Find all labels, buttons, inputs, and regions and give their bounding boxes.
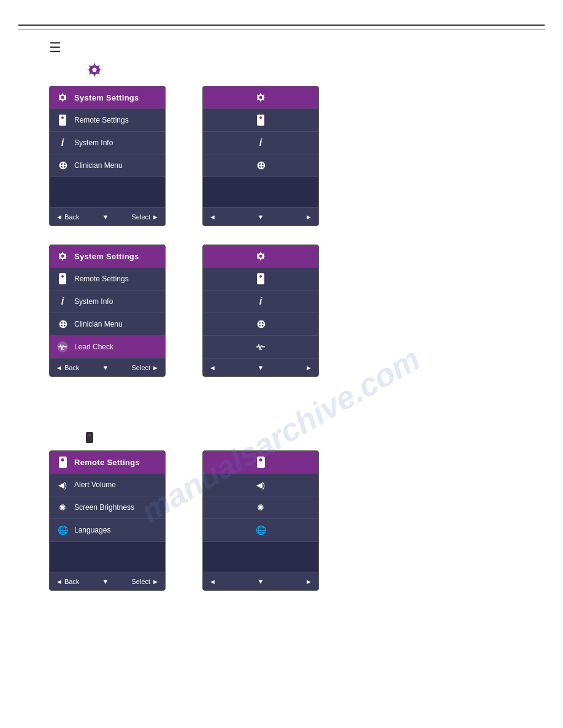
section2-left-row4: Lead Check [50, 335, 165, 358]
lead-icon-r2 [254, 340, 267, 354]
section1-down-btn[interactable]: ▼ [102, 213, 109, 221]
section1-r-left-btn[interactable]: ◄ [209, 213, 216, 221]
section3-r-left-btn[interactable]: ◄ [209, 578, 216, 585]
remote-icon-1 [56, 113, 69, 127]
section3-row3-label: Languages [74, 526, 110, 534]
section2-row1-label: Remote Settings [74, 275, 129, 283]
section1-left-row2: i System Info [50, 131, 165, 154]
remote-icon-r1 [254, 113, 267, 127]
globe-icon-3: 🌐 [56, 523, 69, 537]
section2-right-row1 [203, 267, 318, 290]
section1-right-footer: ◄ ▼ ► [203, 207, 318, 226]
down-arrow-icon: ▼ [102, 213, 109, 221]
section2-row3-label: Clinician Menu [74, 320, 123, 328]
volume-icon-3: ◀) [56, 478, 69, 491]
brightness-icon-r3: ✺ [254, 501, 267, 514]
section1-left-row1: Remote Settings [50, 108, 165, 131]
section1-right-screen: i ⊕ ◄ ▼ ► [202, 86, 319, 226]
brightness-icon-3: ✺ [56, 501, 69, 514]
svg-point-1 [93, 68, 97, 72]
plus-icon-1: ⊕ [56, 159, 69, 172]
section2-back-btn[interactable]: ◄ Back [56, 364, 79, 371]
section3-select-btn[interactable]: Select ► [132, 578, 159, 585]
section3-row1-label: Alert Volume [74, 480, 116, 489]
section1-screens: System Settings Remote Settings i System… [49, 86, 514, 226]
section3-left-title: Remote Settings [74, 458, 140, 467]
info-icon-2: i [56, 295, 69, 308]
section1-r-right-btn[interactable]: ► [305, 213, 312, 221]
top-rule-thin [18, 29, 545, 30]
section2-right-row2: i [203, 290, 318, 313]
section1-select-btn[interactable]: Select ► [132, 213, 159, 221]
section2-r-down-btn[interactable]: ▼ [258, 364, 264, 371]
section3-screens: Remote Settings ◀) Alert Volume ✺ Screen… [49, 450, 514, 591]
info-icon-r1: i [254, 136, 267, 150]
svg-point-4 [259, 96, 262, 99]
section1-right-row2: i [203, 131, 318, 154]
bullet-icon: ☰ [49, 40, 61, 55]
plus-icon-2: ⊕ [56, 317, 69, 331]
plus-icon-r1: ⊕ [254, 159, 267, 172]
s2-left-arrow-icon: ◄ [56, 364, 63, 371]
section3-down-btn[interactable]: ▼ [102, 578, 109, 585]
section3-right-header [203, 451, 318, 473]
section3-header-remote-icon [56, 455, 69, 469]
svg-point-7 [259, 255, 262, 258]
section1-r-down-btn[interactable]: ▼ [258, 213, 264, 221]
section2-select-btn[interactable]: Select ► [132, 364, 159, 371]
section1-left-empty [50, 176, 165, 207]
section2-down-btn[interactable]: ▼ [102, 364, 109, 371]
settings-icon-row [86, 61, 563, 81]
plus-icon-r2: ⊕ [254, 317, 267, 331]
s2-right-arrow-icon: ► [152, 364, 159, 371]
section2-left-header: System Settings [50, 245, 165, 267]
section2-r-right-btn[interactable]: ► [305, 364, 312, 371]
section2-left-title: System Settings [74, 252, 139, 261]
section1-right-row1 [203, 108, 318, 131]
section3-right-empty [203, 541, 318, 572]
section3-row2-label: Screen Brightness [74, 503, 134, 512]
svg-point-5 [61, 255, 64, 258]
info-icon-1: i [56, 136, 69, 150]
section2-left-row1: Remote Settings [50, 267, 165, 290]
section1-left-title: System Settings [74, 93, 139, 102]
s3-left-arrow-icon: ◄ [56, 578, 63, 585]
list-icon: ☰ [49, 41, 563, 55]
globe-icon-r3: 🌐 [254, 523, 267, 537]
volume-icon-r3: ◀) [254, 478, 267, 491]
section1-back-btn[interactable]: ◄ Back [56, 213, 79, 221]
section2-left-row2: i System Info [50, 290, 165, 313]
gear-icon-large [86, 61, 103, 78]
section1-row3-label: Clinician Menu [74, 161, 123, 170]
section3-right-row1: ◀) [203, 473, 318, 496]
section3-left-screen: Remote Settings ◀) Alert Volume ✺ Screen… [49, 450, 166, 591]
section2-r-left-btn[interactable]: ◄ [209, 364, 216, 371]
section2-right-header [203, 245, 318, 267]
section2-right-row3: ⊕ [203, 313, 318, 335]
section3-right-row3: 🌐 [203, 518, 318, 541]
section2-header-gear-icon [56, 249, 69, 263]
s3-right-arrow-icon: ► [152, 578, 159, 585]
top-rule-thick [18, 25, 545, 26]
left-arrow-icon: ◄ [56, 213, 63, 221]
section1-left-row3: ⊕ Clinician Menu [50, 154, 165, 176]
section3-back-btn[interactable]: ◄ Back [56, 578, 79, 585]
section3-right-row2: ✺ [203, 496, 318, 518]
section2-right-row4 [203, 335, 318, 358]
section3-right-footer: ◄ ▼ ► [203, 572, 318, 590]
section2-screens: System Settings Remote Settings i System… [49, 245, 514, 377]
section2-row4-label: Lead Check [74, 343, 113, 351]
section1-right-row3: ⊕ [203, 154, 318, 176]
section2-left-screen: System Settings Remote Settings i System… [49, 245, 166, 377]
section3-r-right-btn[interactable]: ► [305, 578, 312, 585]
remote-icon-r2 [254, 272, 267, 286]
section1-left-header: System Settings [50, 86, 165, 108]
section3-right-screen: ◀) ✺ 🌐 ◄ ▼ ► [202, 450, 319, 591]
section1-right-empty [203, 176, 318, 207]
remote-bullet-icon-row [86, 432, 563, 446]
section1-row2-label: System Info [74, 138, 113, 147]
remote-icon-2 [56, 272, 69, 286]
section1-left-screen: System Settings Remote Settings i System… [49, 86, 166, 226]
section3-r-down-btn[interactable]: ▼ [258, 578, 264, 585]
svg-point-3 [61, 96, 64, 99]
